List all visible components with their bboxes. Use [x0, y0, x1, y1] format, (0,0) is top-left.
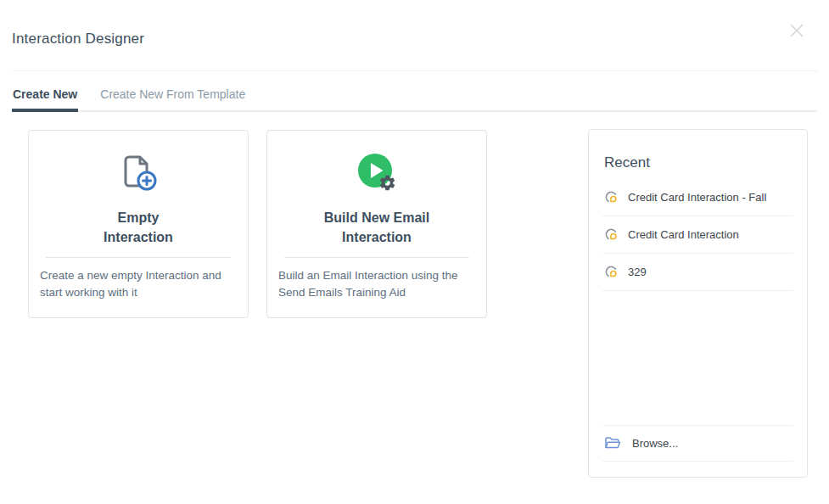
recent-item-label: 329 [628, 266, 647, 278]
card-title: Build New Email Interaction [267, 209, 486, 247]
card-title: Empty Interaction [29, 209, 248, 247]
card-description: Build an Email Interaction using the Sen… [267, 267, 486, 301]
close-icon [787, 21, 806, 40]
recent-panel: Recent Credit Card Interaction - Fall [588, 129, 808, 478]
browse-label: Browse... [632, 437, 678, 450]
tab-create-new-from-template[interactable]: Create New From Template [99, 87, 246, 112]
tab-create-new[interactable]: Create New [12, 87, 78, 112]
interaction-designer-dialog: { "dialog": { "title": "Interaction Desi… [0, 0, 829, 504]
recent-item[interactable]: Credit Card Interaction [602, 216, 793, 254]
recent-item-label: Credit Card Interaction [628, 228, 739, 241]
interaction-bubble-icon [604, 190, 619, 204]
dialog-content: Empty Interaction Create a new empty Int… [0, 112, 829, 478]
interaction-bubble-icon [604, 265, 619, 279]
card-empty-interaction[interactable]: Empty Interaction Create a new empty Int… [28, 130, 249, 318]
dialog-title: Interaction Designer [12, 31, 817, 48]
card-build-new-email-interaction[interactable]: Build New Email Interaction Build an Ema… [266, 130, 487, 318]
card-divider [46, 257, 231, 258]
card-title-line2: Interaction [29, 228, 248, 248]
recent-item-label: Credit Card Interaction - Fall [628, 191, 766, 204]
recent-item[interactable]: Credit Card Interaction - Fall [602, 179, 793, 216]
recent-item[interactable]: 329 [602, 254, 793, 291]
close-button[interactable] [787, 20, 807, 41]
card-title-line2: Interaction [267, 228, 486, 248]
card-title-line1: Empty [29, 209, 248, 228]
play-gear-icon [267, 150, 486, 198]
recent-heading: Recent [602, 154, 793, 171]
recent-list: Credit Card Interaction - Fall Credit Ca… [602, 179, 793, 291]
card-title-line1: Build New Email [267, 209, 486, 228]
card-divider [284, 257, 469, 258]
open-folder-icon [604, 436, 621, 451]
browse-button[interactable]: Browse... [602, 425, 793, 462]
document-add-icon [29, 150, 248, 198]
tab-bar: Create New Create New From Template [12, 71, 817, 112]
card-description: Create a new empty Interaction and start… [29, 267, 248, 301]
dialog-header: Interaction Designer [0, 0, 829, 48]
interaction-bubble-icon [604, 227, 619, 242]
